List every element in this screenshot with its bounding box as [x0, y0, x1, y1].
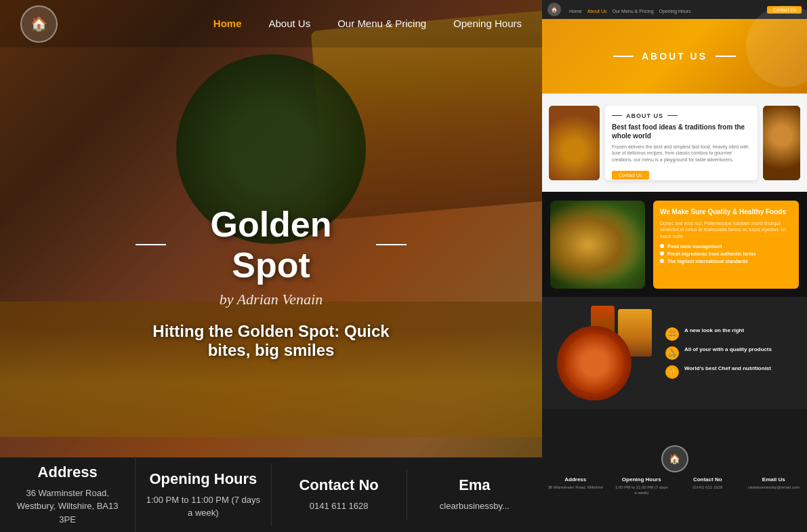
right-logo-icon: 🏠 — [547, 3, 561, 16]
right-quality-section: We Make Sure Quality & Healthy Foods Don… — [542, 192, 807, 297]
right-about-card-title: ABOUT US — [612, 112, 751, 119]
left-navbar: 🏠 Home About Us Our Menu & Pricing Openi… — [0, 0, 542, 47]
right-quality-item-2: Fresh ingredients from authentic farms — [660, 251, 792, 256]
logo-icon: 🏠 — [20, 5, 58, 43]
right-about-card-heading: Best fast food ideas & traditions from t… — [612, 123, 751, 140]
title-line-left — [136, 244, 166, 245]
right-footer-contact-title: Contact No — [680, 476, 736, 483]
hero-tagline: Hitting the Golden Spot: Quick bites, bi… — [136, 322, 407, 360]
right-about-contact-btn[interactable]: Contact Us — [612, 171, 649, 180]
right-quality-title: We Make Sure Quality & Healthy Foods — [660, 207, 792, 216]
footer-email-value: clearbusinessby... — [417, 499, 532, 513]
right-footer-logo: 🏠 — [661, 445, 688, 472]
right-about-text-card: ABOUT US Best fast food ideas & traditio… — [605, 106, 758, 180]
right-nav-hours[interactable]: Opening Hours — [659, 3, 691, 16]
right-nav-link-about[interactable]: About Us — [587, 9, 607, 14]
right-footer-hours-val: 1:00 PM to 11:00 PM (7 days a week) — [614, 485, 670, 496]
hero-title-row: Golden Spot — [136, 204, 407, 285]
right-feature-item-1: 🍔 A new look on the right — [665, 327, 799, 341]
right-about-cards: ABOUT US Best fast food ideas & traditio… — [542, 94, 807, 192]
right-feature-title-2: All of your with a quality products — [684, 346, 772, 352]
right-footer-col-email: Email Us clearbusinessby@email.com — [746, 476, 802, 496]
nav-link-home[interactable]: Home — [213, 18, 242, 29]
right-feature-item-2: 🚴 All of your with a quality products — [665, 346, 799, 360]
right-feature-text-1: A new look on the right — [684, 327, 744, 335]
right-nav-menu[interactable]: Our Menu & Pricing — [612, 3, 653, 16]
right-about-card-text: Frozen delivers the best and simplest fa… — [612, 144, 751, 163]
right-menu-section: 🍔 A new look on the right 🚴 All of your … — [542, 297, 807, 409]
right-footer-address-title: Address — [547, 476, 604, 483]
right-footer-col-address: Address 36 Warminster Road, Wiltshire — [547, 476, 604, 496]
right-about-hero: ABOUT US — [542, 19, 807, 94]
footer-hours-value: 1:00 PM to 11:00 PM (7 days a week) — [146, 493, 260, 520]
right-quality-text: Donec sed eros nisi. Pellentesque habita… — [660, 220, 792, 240]
right-nav-link-home[interactable]: Home — [569, 9, 582, 14]
footer-col-address: Address 36 Warminster Road, Westbury, Wi… — [0, 457, 136, 532]
left-footer-bar: Address 36 Warminster Road, Westbury, Wi… — [0, 457, 542, 532]
logo-area: 🏠 — [20, 5, 58, 43]
footer-col-hours: Opening Hours 1:00 PM to 11:00 PM (7 day… — [136, 464, 271, 527]
quality-bullet-2 — [660, 251, 664, 255]
right-feature-title-3: World's best Chef and nutritionist — [684, 365, 771, 371]
right-feature-icon-2: 🚴 — [665, 346, 679, 360]
right-nav-link-hours[interactable]: Opening Hours — [659, 9, 691, 14]
right-menu-pizza — [557, 326, 632, 401]
right-nav-home[interactable]: Home — [569, 3, 582, 16]
nav-item-menu[interactable]: Our Menu & Pricing — [337, 18, 426, 30]
right-quality-item-3: The highest international standards — [660, 259, 792, 264]
footer-contact-value: 0141 611 1628 — [282, 499, 396, 513]
hero-content: Golden Spot by Adrian Venain Hitting the… — [136, 204, 407, 360]
right-footer-address-val: 36 Warminster Road, Wiltshire — [547, 485, 604, 490]
right-feature-item-3: 🍴 World's best Chef and nutritionist — [665, 365, 799, 379]
right-footer-cols: Address 36 Warminster Road, Wiltshire Op… — [547, 476, 802, 496]
nav-link-hours[interactable]: Opening Hours — [453, 18, 522, 29]
right-footer-contact-val: (0141) 611 1628 — [680, 485, 736, 490]
about-title-text: ABOUT US — [642, 51, 707, 62]
about-line-right — [716, 56, 736, 57]
card-title-line-left — [612, 115, 622, 116]
right-menu-features: 🍔 A new look on the right 🚴 All of your … — [659, 327, 799, 379]
hero-subtitle: by Adrian Venain — [136, 291, 407, 308]
footer-address-value: 36 Warminster Road, Westbury, Wiltshire,… — [10, 487, 125, 527]
right-panel: 🏠 Home About Us Our Menu & Pricing Openi… — [542, 0, 807, 532]
right-footer-col-contact: Contact No (0141) 611 1628 — [680, 476, 736, 496]
nav-links: Home About Us Our Menu & Pricing Opening… — [213, 18, 522, 30]
card-title-line-right — [667, 115, 678, 116]
footer-hours-title: Opening Hours — [146, 470, 260, 488]
footer-contact-title: Contact No — [282, 476, 396, 494]
quality-item-text-3: The highest international standards — [667, 259, 748, 264]
quality-bullet-3 — [660, 259, 664, 263]
right-nav-link-menu[interactable]: Our Menu & Pricing — [612, 9, 653, 14]
right-feature-title-1: A new look on the right — [684, 327, 744, 333]
footer-col-contact: Contact No 0141 611 1628 — [272, 470, 407, 520]
hero-title: Golden Spot — [176, 204, 366, 285]
right-nav-about[interactable]: About Us — [587, 3, 607, 16]
right-food-img-left — [549, 106, 600, 180]
right-quality-box: We Make Sure Quality & Healthy Foods Don… — [653, 201, 799, 289]
quality-bullet-1 — [660, 244, 664, 248]
right-feature-icon-3: 🍴 — [665, 365, 679, 379]
nav-item-hours[interactable]: Opening Hours — [453, 18, 522, 30]
quality-item-text-2: Fresh ingredients from authentic farms — [667, 251, 756, 256]
footer-address-title: Address — [10, 464, 125, 481]
right-nav-links: Home About Us Our Menu & Pricing Opening… — [569, 3, 691, 16]
about-line-left — [613, 56, 634, 57]
right-footer-email-title: Email Us — [746, 476, 802, 483]
right-menu-food-group — [550, 306, 659, 401]
right-footer: 🏠 Address 36 Warminster Road, Wiltshire … — [542, 409, 807, 532]
nav-item-about[interactable]: About Us — [269, 18, 311, 30]
nav-link-about[interactable]: About Us — [269, 18, 311, 29]
right-feature-text-3: World's best Chef and nutritionist — [684, 365, 771, 373]
nav-item-home[interactable]: Home — [213, 18, 242, 30]
quality-item-text-1: Food taste management — [667, 244, 722, 249]
right-feature-text-2: All of your with a quality products — [684, 346, 772, 354]
right-feature-icon-1: 🍔 — [665, 327, 679, 341]
right-footer-email-val: clearbusinessby@email.com — [746, 485, 802, 490]
card-title-text: ABOUT US — [626, 112, 663, 119]
right-quality-item-1: Food taste management — [660, 244, 792, 249]
nav-link-menu[interactable]: Our Menu & Pricing — [337, 18, 426, 29]
right-about-hero-title: ABOUT US — [613, 51, 736, 62]
title-line-right — [376, 244, 407, 245]
right-footer-hours-title: Opening Hours — [614, 476, 670, 483]
footer-col-email: Ema clearbusinessby... — [407, 470, 542, 520]
